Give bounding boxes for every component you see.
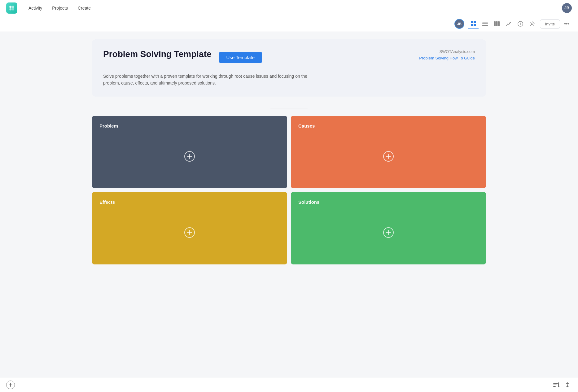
quadrant-solutions-title: Solutions xyxy=(298,199,479,205)
svg-rect-8 xyxy=(482,22,488,23)
quadrant-problem-add[interactable] xyxy=(99,132,280,181)
svg-rect-4 xyxy=(471,21,473,23)
expand-icon[interactable] xyxy=(563,381,572,389)
invite-button[interactable]: Invite xyxy=(540,20,560,28)
view-toolbar: JB i xyxy=(0,16,578,32)
template-description: Solve problems together with a proven te… xyxy=(103,73,314,87)
header-left: Problem Solving Template Use Template So… xyxy=(103,49,407,87)
toolbar-user-avatar[interactable]: JB xyxy=(454,19,464,29)
svg-rect-10 xyxy=(482,25,488,26)
nav-activity[interactable]: Activity xyxy=(25,4,46,12)
top-nav: Activity Projects Create JB xyxy=(0,0,578,16)
svg-rect-13 xyxy=(498,21,500,26)
quadrant-causes[interactable]: Causes xyxy=(291,116,486,188)
quadrant-causes-title: Causes xyxy=(298,123,479,128)
more-options-icon[interactable]: ••• xyxy=(561,19,572,29)
svg-rect-9 xyxy=(482,24,488,24)
svg-text:i: i xyxy=(520,22,521,26)
quadrant-causes-add[interactable] xyxy=(298,132,479,181)
view-columns-icon[interactable] xyxy=(492,19,502,29)
source-site: SWOTAnalysis.com xyxy=(419,49,475,54)
svg-rect-5 xyxy=(474,21,476,23)
svg-line-17 xyxy=(510,22,511,23)
svg-rect-0 xyxy=(10,6,12,8)
svg-line-16 xyxy=(509,22,510,24)
svg-point-20 xyxy=(531,23,533,25)
nav-projects[interactable]: Projects xyxy=(48,4,72,12)
header-right: SWOTAnalysis.com Problem Solving How To … xyxy=(419,49,475,61)
use-template-button[interactable]: Use Template xyxy=(219,52,262,63)
view-grid-icon[interactable] xyxy=(468,19,479,29)
svg-rect-3 xyxy=(12,8,14,10)
app-logo[interactable] xyxy=(6,2,17,14)
page-title: Problem Solving Template xyxy=(103,49,212,59)
svg-rect-6 xyxy=(471,24,473,26)
svg-line-15 xyxy=(508,24,509,24)
settings-icon[interactable] xyxy=(527,19,537,29)
svg-rect-7 xyxy=(474,24,476,26)
svg-line-14 xyxy=(506,24,508,26)
quadrant-effects-add[interactable] xyxy=(99,208,280,257)
quadrant-problem-title: Problem xyxy=(99,123,280,128)
bottom-add-button[interactable] xyxy=(6,381,15,389)
header-card: Problem Solving Template Use Template So… xyxy=(92,39,486,97)
view-chart-icon[interactable] xyxy=(503,19,514,29)
source-link[interactable]: Problem Solving How To Guide xyxy=(419,56,475,60)
quadrant-grid: Problem Causes Effects xyxy=(92,116,486,264)
bottom-bar xyxy=(0,377,578,392)
info-icon[interactable]: i xyxy=(515,19,526,29)
nav-links: Activity Projects Create xyxy=(25,4,562,12)
nav-create[interactable]: Create xyxy=(74,4,94,12)
bottom-right-icons xyxy=(552,381,572,389)
quadrant-solutions[interactable]: Solutions xyxy=(291,192,486,264)
view-list-icon[interactable] xyxy=(480,19,490,29)
user-avatar[interactable]: JB xyxy=(562,3,572,13)
sort-icon[interactable] xyxy=(552,381,561,389)
quadrant-effects[interactable]: Effects xyxy=(92,192,287,264)
svg-rect-2 xyxy=(10,8,12,10)
quadrant-effects-title: Effects xyxy=(99,199,280,205)
svg-rect-12 xyxy=(496,21,497,26)
quadrant-problem[interactable]: Problem xyxy=(92,116,287,188)
section-divider xyxy=(92,104,486,110)
svg-rect-1 xyxy=(12,6,14,8)
quadrant-solutions-add[interactable] xyxy=(298,208,479,257)
main-content: Problem Solving Template Use Template So… xyxy=(85,32,493,289)
topnav-right: JB xyxy=(562,3,572,13)
svg-rect-11 xyxy=(494,21,496,26)
